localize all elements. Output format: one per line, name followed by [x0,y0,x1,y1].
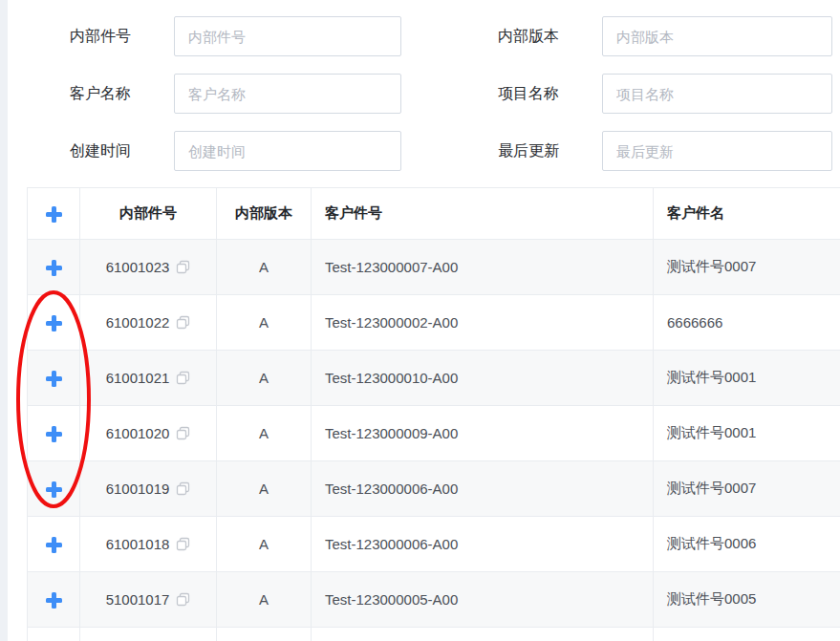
cell-customer-part-name: 测试件号0006 [654,517,840,572]
copy-icon[interactable] [176,537,190,551]
cell-customer-part-name: 测试件号0005 [654,572,840,628]
plus-icon [46,371,62,387]
cell-customer-part-no: Test-123000009-A00 [312,406,654,461]
copy-icon[interactable] [176,481,190,496]
table-row: 61001019 A Test-123000006-A00 测试件号0007 [28,461,840,517]
cell-customer-part-no: Test-123000005-A00 [312,572,654,628]
cell-internal-part-no: 51001017 [106,591,170,608]
header-internal-part-no: 内部件号 [80,188,217,240]
page: 内部件号 内部版本 客户名称 项目名称 创建时间 最后更新 [0,0,840,641]
filter-label-internal-part-no: 内部件号 [8,27,131,47]
cell-internal-part-no: 61001018 [106,536,170,552]
expand-row-button[interactable] [28,572,80,628]
expand-row-button[interactable] [28,406,80,461]
plus-icon [46,260,62,276]
filter-field-internal-version: 内部版本 [420,16,832,56]
table-row: 61001021 A Test-123000010-A00 测试件号0001 [28,351,840,406]
table-row: 61001022 A Test-123000002-A00 6666666 [28,295,840,351]
table-row: 61001020 A Test-123000009-A00 测试件号0001 [28,406,840,461]
cell-internal-version: A [217,517,312,572]
plus-icon [46,206,62,223]
expand-row-button[interactable] [28,517,80,572]
cell-customer-part-name: 测试件号0001 [654,351,840,406]
copy-icon[interactable] [176,260,190,274]
cell-customer-part-no: Test-123000007-A00 [312,240,654,295]
header-customer-part-no: 客户件号 [312,188,654,240]
plus-icon [46,426,62,442]
cell-internal-version: A [217,240,312,295]
filter-input-internal-part-no[interactable] [174,16,401,56]
plus-icon [46,481,62,498]
filter-label-created-time: 创建时间 [8,141,131,161]
cell-internal-version: A [217,461,312,517]
cell-internal-part-no: 61001021 [106,370,170,386]
filter-label-project-name: 项目名称 [420,84,559,104]
filter-field-created-time: 创建时间 [8,131,401,171]
cell-internal-part-no: 61001020 [106,425,170,441]
filter-input-internal-version[interactable] [602,16,832,56]
copy-icon[interactable] [176,315,190,330]
parts-table: 内部件号 内部版本 客户件号 客户件名 61001023 A Test-1230… [27,187,840,641]
cell-customer-part-name: 测试件号0007 [654,240,840,295]
plus-icon [46,315,62,331]
table-row: 61001018 A Test-123000006-A00 测试件号0006 [28,517,840,572]
cell-internal-part-no: 61001019 [106,481,170,497]
cell-customer-part-name: 测试件号0007 [654,461,840,517]
header-internal-version: 内部版本 [217,188,312,240]
table-row-partial [28,628,840,641]
cell-internal-version: A [217,406,312,461]
header-customer-part-name: 客户件名 [654,188,840,240]
table-row: 61001023 A Test-123000007-A00 测试件号0007 [28,240,840,295]
filter-field-project-name: 项目名称 [420,74,832,114]
copy-icon[interactable] [176,371,190,385]
filter-input-customer-name[interactable] [174,74,401,114]
parts-table-area: 内部件号 内部版本 客户件号 客户件名 61001023 A Test-1230… [27,187,840,641]
cell-internal-version: A [217,572,312,628]
copy-icon[interactable] [176,426,190,440]
cell-internal-version: A [217,295,312,351]
expand-row-button[interactable] [28,295,80,351]
copy-icon[interactable] [176,592,190,607]
cell-customer-part-no: Test-123000006-A00 [312,517,654,572]
filter-input-project-name[interactable] [602,74,832,114]
cell-customer-part-no: Test-123000006-A00 [312,461,654,517]
filter-field-customer-name: 客户名称 [8,74,401,114]
expand-row-button[interactable] [28,461,80,517]
cell-customer-part-no: Test-123000010-A00 [312,351,654,406]
header-add-column[interactable] [28,188,80,240]
filter-field-last-updated: 最后更新 [420,131,832,171]
cell-internal-version: A [217,351,312,406]
filter-form: 内部件号 内部版本 客户名称 项目名称 创建时间 最后更新 [8,0,840,187]
filter-label-last-updated: 最后更新 [420,141,559,161]
plus-icon [46,537,62,553]
table-row: 51001017 A Test-123000005-A00 测试件号0005 [28,572,840,628]
expand-row-button[interactable] [28,351,80,406]
cell-customer-part-no: Test-123000002-A00 [312,295,654,351]
table-header-row: 内部件号 内部版本 客户件号 客户件名 [28,188,840,240]
cell-internal-part-no: 61001023 [106,259,170,275]
filter-label-internal-version: 内部版本 [420,27,559,47]
filter-label-customer-name: 客户名称 [8,84,131,104]
cell-customer-part-name: 6666666 [654,295,840,351]
left-edge-strip [0,0,8,641]
cell-customer-part-name: 测试件号0001 [654,406,840,461]
filter-input-last-updated[interactable] [602,131,832,171]
cell-internal-part-no: 61001022 [106,314,170,331]
filter-input-created-time[interactable] [174,131,401,171]
filter-field-internal-part-no: 内部件号 [8,16,401,56]
plus-icon [46,592,62,609]
expand-row-button[interactable] [28,240,80,295]
